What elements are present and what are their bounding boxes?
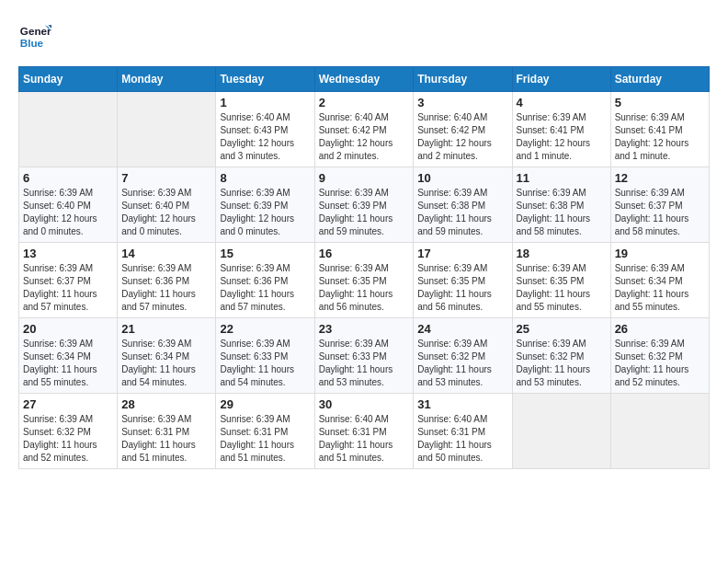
day-number: 29	[220, 397, 310, 411]
day-number: 26	[615, 322, 705, 336]
day-info: Sunrise: 6:40 AM Sunset: 6:43 PM Dayligh…	[220, 111, 310, 163]
calendar-cell: 18Sunrise: 6:39 AM Sunset: 6:35 PM Dayli…	[512, 243, 610, 318]
page-header: General Blue	[18, 18, 710, 52]
day-number: 13	[23, 247, 113, 260]
calendar-header-row: SundayMondayTuesdayWednesdayThursdayFrid…	[19, 67, 710, 92]
day-info: Sunrise: 6:40 AM Sunset: 6:31 PM Dayligh…	[417, 413, 507, 465]
weekday-header: Thursday	[414, 67, 512, 92]
day-number: 22	[220, 322, 310, 336]
weekday-header: Friday	[512, 67, 610, 92]
calendar-cell: 17Sunrise: 6:39 AM Sunset: 6:35 PM Dayli…	[414, 243, 512, 318]
day-number: 15	[220, 247, 310, 260]
logo: General Blue	[18, 18, 55, 52]
calendar-cell: 27Sunrise: 6:39 AM Sunset: 6:32 PM Dayli…	[19, 394, 118, 469]
day-info: Sunrise: 6:39 AM Sunset: 6:35 PM Dayligh…	[517, 262, 607, 314]
calendar-cell: 22Sunrise: 6:39 AM Sunset: 6:33 PM Dayli…	[216, 318, 314, 394]
calendar-cell: 5Sunrise: 6:39 AM Sunset: 6:41 PM Daylig…	[610, 92, 709, 167]
calendar-cell: 2Sunrise: 6:40 AM Sunset: 6:42 PM Daylig…	[314, 92, 414, 167]
day-number: 12	[615, 171, 705, 185]
calendar-cell: 8Sunrise: 6:39 AM Sunset: 6:39 PM Daylig…	[216, 167, 314, 243]
calendar-week-row: 20Sunrise: 6:39 AM Sunset: 6:34 PM Dayli…	[19, 318, 710, 394]
day-info: Sunrise: 6:39 AM Sunset: 6:40 PM Dayligh…	[121, 187, 211, 238]
day-number: 3	[417, 96, 507, 109]
day-info: Sunrise: 6:39 AM Sunset: 6:39 PM Dayligh…	[319, 187, 410, 238]
day-info: Sunrise: 6:39 AM Sunset: 6:34 PM Dayligh…	[615, 262, 705, 314]
day-number: 9	[319, 171, 410, 185]
day-info: Sunrise: 6:39 AM Sunset: 6:35 PM Dayligh…	[417, 262, 507, 314]
calendar-cell: 7Sunrise: 6:39 AM Sunset: 6:40 PM Daylig…	[118, 167, 216, 243]
day-number: 25	[517, 322, 607, 336]
calendar-cell: 19Sunrise: 6:39 AM Sunset: 6:34 PM Dayli…	[610, 243, 709, 318]
day-number: 31	[417, 397, 507, 411]
day-info: Sunrise: 6:39 AM Sunset: 6:33 PM Dayligh…	[220, 338, 310, 389]
calendar-cell: 29Sunrise: 6:39 AM Sunset: 6:31 PM Dayli…	[216, 394, 314, 469]
day-info: Sunrise: 6:39 AM Sunset: 6:38 PM Dayligh…	[417, 187, 507, 238]
calendar-cell: 10Sunrise: 6:39 AM Sunset: 6:38 PM Dayli…	[414, 167, 512, 243]
calendar-cell	[610, 394, 709, 469]
day-number: 20	[23, 322, 113, 336]
calendar-week-row: 1Sunrise: 6:40 AM Sunset: 6:43 PM Daylig…	[19, 92, 710, 167]
logo-icon: General Blue	[18, 18, 51, 52]
calendar-week-row: 13Sunrise: 6:39 AM Sunset: 6:37 PM Dayli…	[19, 243, 710, 318]
day-number: 11	[517, 171, 607, 185]
day-number: 8	[220, 171, 310, 185]
day-info: Sunrise: 6:39 AM Sunset: 6:32 PM Dayligh…	[615, 338, 705, 389]
day-info: Sunrise: 6:39 AM Sunset: 6:31 PM Dayligh…	[220, 413, 310, 465]
day-info: Sunrise: 6:39 AM Sunset: 6:35 PM Dayligh…	[319, 262, 410, 314]
calendar-cell: 15Sunrise: 6:39 AM Sunset: 6:36 PM Dayli…	[216, 243, 314, 318]
calendar-cell: 6Sunrise: 6:39 AM Sunset: 6:40 PM Daylig…	[19, 167, 118, 243]
day-info: Sunrise: 6:39 AM Sunset: 6:40 PM Dayligh…	[23, 187, 113, 238]
day-info: Sunrise: 6:40 AM Sunset: 6:31 PM Dayligh…	[319, 413, 410, 465]
day-number: 17	[417, 247, 507, 260]
day-number: 28	[121, 397, 211, 411]
calendar-cell: 11Sunrise: 6:39 AM Sunset: 6:38 PM Dayli…	[512, 167, 610, 243]
calendar-cell: 1Sunrise: 6:40 AM Sunset: 6:43 PM Daylig…	[216, 92, 314, 167]
calendar-cell: 14Sunrise: 6:39 AM Sunset: 6:36 PM Dayli…	[118, 243, 216, 318]
day-number: 5	[615, 96, 705, 109]
day-info: Sunrise: 6:39 AM Sunset: 6:32 PM Dayligh…	[417, 338, 507, 389]
day-info: Sunrise: 6:39 AM Sunset: 6:33 PM Dayligh…	[319, 338, 410, 389]
day-info: Sunrise: 6:39 AM Sunset: 6:31 PM Dayligh…	[121, 413, 211, 465]
day-info: Sunrise: 6:39 AM Sunset: 6:41 PM Dayligh…	[615, 111, 705, 163]
day-number: 19	[615, 247, 705, 260]
day-number: 18	[517, 247, 607, 260]
day-info: Sunrise: 6:39 AM Sunset: 6:34 PM Dayligh…	[23, 338, 113, 389]
calendar-cell: 4Sunrise: 6:39 AM Sunset: 6:41 PM Daylig…	[512, 92, 610, 167]
weekday-header: Sunday	[19, 67, 118, 92]
day-info: Sunrise: 6:39 AM Sunset: 6:36 PM Dayligh…	[121, 262, 211, 314]
weekday-header: Wednesday	[314, 67, 414, 92]
day-info: Sunrise: 6:39 AM Sunset: 6:41 PM Dayligh…	[517, 111, 607, 163]
calendar-week-row: 27Sunrise: 6:39 AM Sunset: 6:32 PM Dayli…	[19, 394, 710, 469]
calendar-week-row: 6Sunrise: 6:39 AM Sunset: 6:40 PM Daylig…	[19, 167, 710, 243]
calendar-cell: 30Sunrise: 6:40 AM Sunset: 6:31 PM Dayli…	[314, 394, 414, 469]
day-number: 4	[517, 96, 607, 109]
calendar-cell: 23Sunrise: 6:39 AM Sunset: 6:33 PM Dayli…	[314, 318, 414, 394]
calendar-cell	[19, 92, 118, 167]
calendar-cell: 9Sunrise: 6:39 AM Sunset: 6:39 PM Daylig…	[314, 167, 414, 243]
day-number: 24	[417, 322, 507, 336]
calendar-cell: 21Sunrise: 6:39 AM Sunset: 6:34 PM Dayli…	[118, 318, 216, 394]
weekday-header: Monday	[118, 67, 216, 92]
day-info: Sunrise: 6:39 AM Sunset: 6:36 PM Dayligh…	[220, 262, 310, 314]
calendar-cell: 28Sunrise: 6:39 AM Sunset: 6:31 PM Dayli…	[118, 394, 216, 469]
calendar-cell	[512, 394, 610, 469]
calendar-table: SundayMondayTuesdayWednesdayThursdayFrid…	[18, 66, 710, 469]
day-info: Sunrise: 6:39 AM Sunset: 6:38 PM Dayligh…	[517, 187, 607, 238]
day-number: 16	[319, 247, 410, 260]
calendar-cell: 12Sunrise: 6:39 AM Sunset: 6:37 PM Dayli…	[610, 167, 709, 243]
day-info: Sunrise: 6:39 AM Sunset: 6:32 PM Dayligh…	[23, 413, 113, 465]
calendar-cell: 20Sunrise: 6:39 AM Sunset: 6:34 PM Dayli…	[19, 318, 118, 394]
day-info: Sunrise: 6:40 AM Sunset: 6:42 PM Dayligh…	[417, 111, 507, 163]
day-number: 27	[23, 397, 113, 411]
day-info: Sunrise: 6:39 AM Sunset: 6:37 PM Dayligh…	[615, 187, 705, 238]
day-info: Sunrise: 6:40 AM Sunset: 6:42 PM Dayligh…	[319, 111, 410, 163]
day-number: 2	[319, 96, 410, 109]
calendar-cell	[118, 92, 216, 167]
calendar-cell: 3Sunrise: 6:40 AM Sunset: 6:42 PM Daylig…	[414, 92, 512, 167]
day-info: Sunrise: 6:39 AM Sunset: 6:39 PM Dayligh…	[220, 187, 310, 238]
weekday-header: Tuesday	[216, 67, 314, 92]
day-number: 7	[121, 171, 211, 185]
calendar-cell: 25Sunrise: 6:39 AM Sunset: 6:32 PM Dayli…	[512, 318, 610, 394]
day-number: 23	[319, 322, 410, 336]
calendar-cell: 24Sunrise: 6:39 AM Sunset: 6:32 PM Dayli…	[414, 318, 512, 394]
